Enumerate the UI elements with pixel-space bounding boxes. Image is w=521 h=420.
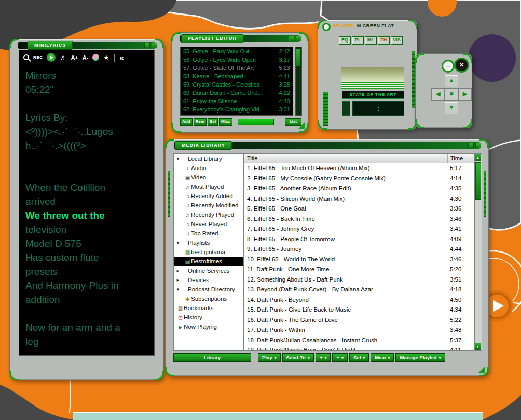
library-action-button[interactable]: Manage Playlist <box>395 353 445 362</box>
previous-track-button[interactable]: ▲ <box>445 75 458 87</box>
track-row[interactable]: 13. Beyond (Daft Punk Cover) - By Daiana… <box>244 285 474 295</box>
track-row[interactable]: 12. Something About Us - Daft Punk 3:51 <box>244 275 474 285</box>
library-action-button[interactable]: Play <box>258 353 281 362</box>
track-row[interactable]: 18. Daft Punk/Julian Casablancas - Insta… <box>244 335 474 346</box>
resize-handle[interactable] <box>298 122 305 129</box>
playlist-menu-button[interactable]: Rem <box>194 118 207 126</box>
playlist-row[interactable]: 57. Gotye - State Of The Art 5:23 <box>181 64 293 72</box>
shade-button[interactable] <box>144 43 150 48</box>
tree-item[interactable]: Top Rated <box>174 229 243 238</box>
tree-item[interactable]: Recently Modified <box>174 201 243 210</box>
favorite-icon[interactable]: ★ <box>103 54 109 61</box>
track-row[interactable]: 15. Daft Punk - Give Life Back to Music … <box>244 305 474 315</box>
stop-button[interactable]: ■ <box>445 88 458 101</box>
close-button[interactable] <box>296 36 301 41</box>
shade-button[interactable] <box>468 143 474 148</box>
scroll-down-icon[interactable]: ▼ <box>475 343 481 350</box>
tree-item[interactable]: Video <box>174 173 243 182</box>
shade-button[interactable] <box>289 36 294 41</box>
playlist-row[interactable]: 56. Gotye - Eyes Wide Open 3:17 <box>181 55 293 64</box>
track-row[interactable]: 10. Eiffel 65 - World In The World 3:46 <box>244 255 474 265</box>
rewind-icon[interactable]: « <box>119 55 124 60</box>
search-icon[interactable] <box>23 54 29 60</box>
library-button[interactable]: Library <box>173 353 251 362</box>
track-row[interactable]: 4. Eiffel 65 - Silicon World (Main Mix) … <box>244 194 474 204</box>
tree-expander-icon[interactable] <box>176 278 181 283</box>
library-action-button[interactable]: Misc <box>371 353 394 362</box>
track-row[interactable]: 16. Daft Punk - The Game of Love 5:22 <box>244 315 474 326</box>
tree-item[interactable]: Now Playing <box>174 322 243 331</box>
clutter-button[interactable]: VIS <box>391 36 403 45</box>
scrollbar-thumb[interactable] <box>475 162 481 200</box>
playlist-scrollbar[interactable] <box>295 47 302 116</box>
minimize-button[interactable]: – <box>442 60 455 73</box>
tree-item[interactable]: Bestoftimes <box>174 257 243 266</box>
library-action-button[interactable]: − <box>332 353 348 362</box>
song-ticker[interactable]: - STATE OF THE ART - <box>342 91 404 99</box>
tree-item[interactable]: Most Played <box>174 182 243 191</box>
playlist-row[interactable]: 62. Everybody's Changing Vid... 3:31 <box>181 105 293 114</box>
playlist-row[interactable]: 58. Keane - Bedshaped 4:41 <box>181 72 293 80</box>
playlist-row[interactable]: 61. Enjoy the Silence 4:40 <box>181 97 293 105</box>
tree-item[interactable]: Audio <box>174 163 243 173</box>
tree-item[interactable]: Never Played <box>174 219 243 229</box>
tree-item[interactable]: Bookmarks <box>174 303 243 313</box>
clutter-button[interactable]: PL <box>352 36 364 45</box>
scroll-up-icon[interactable]: ▲ <box>475 154 481 161</box>
tree-expander-icon[interactable] <box>176 287 181 292</box>
rewind-button[interactable]: ◀ <box>431 88 445 101</box>
track-row[interactable]: 7. Eiffel 65 - Johnny Grey 3:41 <box>244 224 474 234</box>
track-row[interactable]: 3. Eiffel 65 - Another Race (Album Edit)… <box>244 184 474 194</box>
color-theme-icon[interactable] <box>92 54 99 61</box>
playlist-row[interactable]: 59. Crystal Castles - Celestica 3:28 <box>181 80 293 89</box>
library-action-button[interactable]: Sel <box>349 353 369 362</box>
library-action-button[interactable]: + <box>316 353 331 362</box>
tree-item[interactable]: Online Services <box>174 266 243 275</box>
close-button[interactable] <box>475 143 481 148</box>
tree-item[interactable]: Playlists <box>174 238 243 247</box>
tree-item[interactable]: History <box>174 313 243 322</box>
play-button[interactable] <box>47 53 56 62</box>
clutter-button[interactable]: EQ <box>339 36 351 45</box>
font-increase-button[interactable]: A+ <box>71 54 78 61</box>
track-row[interactable]: 14. Daft Punk - Beyond 4:50 <box>244 295 474 305</box>
playlist-menu-button[interactable]: Misc <box>219 118 232 126</box>
clutter-button[interactable]: TH <box>378 36 390 45</box>
tree-item[interactable]: Recently Added <box>174 191 243 201</box>
library-action-button[interactable]: Send-To <box>282 353 314 362</box>
track-row[interactable]: 11. Daft Punk - One More Time 5:20 <box>244 264 474 275</box>
tree-item[interactable]: Recently Played <box>174 210 243 219</box>
fast-forward-button[interactable]: ▶ <box>458 88 472 101</box>
next-track-button[interactable]: ▼ <box>445 102 458 114</box>
tree-expander-icon[interactable] <box>176 241 181 245</box>
close-button[interactable] <box>152 43 157 48</box>
track-row[interactable]: 8. Eiffel 65 - People Of Tomorrow 4:09 <box>244 234 474 245</box>
tree-item[interactable]: Subscriptions <box>174 294 243 303</box>
playlist-row[interactable]: 55. Gotye - Easy Way Out 2:12 <box>181 47 293 55</box>
volume-slider[interactable] <box>323 92 328 126</box>
record-button[interactable]: REC <box>33 55 43 60</box>
track-row[interactable]: 17. Daft Punk - Within 3:48 <box>244 325 474 335</box>
tree-item[interactable]: Podcast Directory <box>174 285 243 294</box>
track-row[interactable]: 19. Daft Punk/Panda Bear - Doin' It Righ… <box>244 345 474 350</box>
music-note-icon[interactable]: ♬ <box>60 53 66 61</box>
menu-knob-icon[interactable] <box>322 23 331 31</box>
time-display[interactable]: : <box>352 101 404 116</box>
clutter-button[interactable]: ML <box>365 36 377 45</box>
scrollbar-thumb[interactable] <box>296 49 300 66</box>
font-decrease-button[interactable]: A- <box>83 54 89 61</box>
tree-item[interactable]: Devices <box>174 275 243 285</box>
column-header-title[interactable]: Title <box>244 154 448 163</box>
track-row[interactable]: 6. Eiffel 65 - Back In Time 3:46 <box>244 214 474 225</box>
resize-handle[interactable] <box>478 366 485 373</box>
track-row[interactable]: 5. Eiffel 65 - One Goal 3:36 <box>244 204 474 214</box>
track-row[interactable]: 2. Eiffel 65 - My Console (Gabry Ponte C… <box>244 174 474 184</box>
close-button[interactable]: ✕ <box>454 58 469 73</box>
tree-item[interactable]: best gintama <box>174 247 243 257</box>
playlist-row[interactable]: 60. Duran Duran - Come Und... 4:22 <box>181 89 293 97</box>
tree-expander-icon[interactable] <box>176 269 181 273</box>
track-row[interactable]: 1. Eiffel 65 - Too Much Of Heaven (Album… <box>244 163 474 174</box>
visualizer[interactable] <box>341 67 404 89</box>
playlist-menu-button[interactable]: Add <box>180 118 193 126</box>
track-row[interactable]: 9. Eiffel 65 - Journey 4:44 <box>244 244 474 255</box>
